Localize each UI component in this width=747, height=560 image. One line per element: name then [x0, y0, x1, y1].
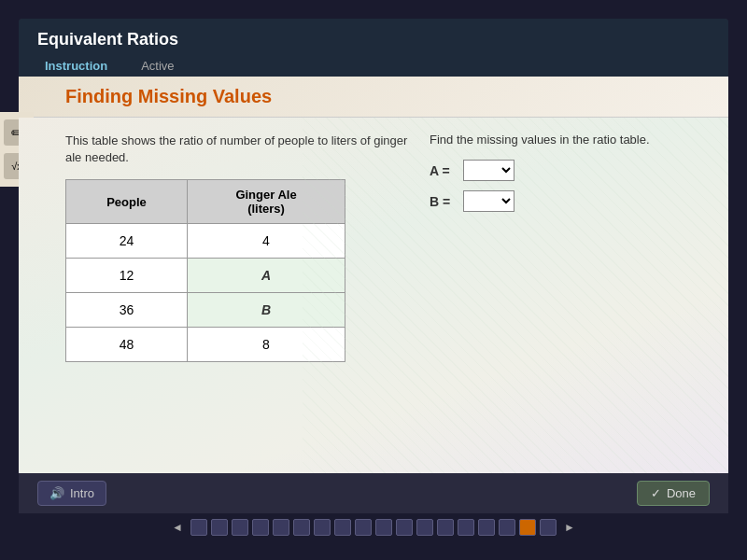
nav-dot[interactable]: [252, 519, 269, 536]
instruction-text: This table shows the ratio of number of …: [65, 133, 411, 166]
nav-dot[interactable]: [437, 519, 454, 536]
find-text: Find the missing values in the ratio tab…: [430, 133, 710, 147]
col-header-people: People: [66, 180, 188, 224]
section-header: Finding Missing Values: [19, 77, 728, 118]
nav-dot[interactable]: [458, 519, 474, 536]
nav-dot[interactable]: [232, 519, 248, 536]
nav-dot[interactable]: [416, 519, 433, 536]
cell-ginger-3: B: [188, 293, 345, 328]
nav-dot[interactable]: [540, 519, 557, 536]
answer-label-b: B =: [430, 194, 458, 209]
tab-instruction[interactable]: Instruction: [37, 55, 115, 77]
speaker-icon: 🔊: [49, 486, 64, 500]
answer-row-b: B = 4 6 8 12: [430, 190, 710, 212]
cell-people-1: 24: [66, 224, 188, 259]
nav-dot[interactable]: [355, 519, 372, 536]
table-row: 36 B: [66, 293, 345, 328]
nav-dot[interactable]: [211, 519, 228, 536]
nav-dot[interactable]: [314, 519, 331, 536]
app-title: Equivalent Ratios: [37, 30, 710, 49]
nav-dot[interactable]: [499, 519, 515, 536]
nav-dot[interactable]: [375, 519, 392, 536]
cell-ginger-2: A: [188, 259, 345, 293]
answer-select-b[interactable]: 4 6 8 12: [463, 190, 514, 212]
cell-people-3: 36: [66, 293, 188, 328]
intro-button[interactable]: 🔊 Intro: [37, 481, 106, 506]
nav-dot[interactable]: [273, 519, 289, 536]
cell-people-2: 12: [66, 259, 188, 293]
table-row: 12 A: [66, 259, 345, 293]
content-area: This table shows the ratio of number of …: [19, 118, 728, 473]
right-panel: Find the missing values in the ratio tab…: [430, 133, 710, 458]
nav-dot[interactable]: [293, 519, 310, 536]
cell-ginger-4: 8: [188, 328, 345, 362]
left-panel: This table shows the ratio of number of …: [65, 133, 411, 458]
nav-dot[interactable]: [396, 519, 413, 536]
cell-people-4: 48: [66, 328, 188, 362]
tab-active[interactable]: Active: [134, 55, 181, 77]
nav-dot[interactable]: [334, 519, 351, 536]
intro-label: Intro: [70, 486, 94, 500]
ratio-table: People Ginger Ale(liters) 24 4 12 A: [65, 179, 345, 362]
app-header: Equivalent Ratios Instruction Active: [19, 19, 728, 77]
table-row: 48 8: [66, 328, 345, 362]
nav-dot[interactable]: [190, 519, 207, 536]
section-title: Finding Missing Values: [65, 86, 710, 107]
answer-label-a: A =: [430, 163, 458, 178]
tab-bar: Instruction Active: [37, 55, 710, 77]
nav-bar: ◄ ►: [19, 513, 728, 541]
answer-select-a[interactable]: 2 3 4 6: [463, 160, 514, 181]
main-content: ✏ √x Finding Missing Values This table s…: [19, 77, 728, 473]
nav-dot-active[interactable]: [519, 519, 536, 536]
col-header-ginger-ale: Ginger Ale(liters): [188, 180, 345, 224]
table-row: 24 4: [66, 224, 345, 259]
answer-row-a: A = 2 3 4 6: [430, 160, 710, 181]
nav-next[interactable]: ►: [560, 519, 579, 536]
nav-dot[interactable]: [478, 519, 495, 536]
done-label: Done: [667, 486, 696, 500]
checkmark-icon: ✓: [651, 486, 661, 500]
footer: 🔊 Intro ✓ Done: [19, 473, 728, 513]
nav-prev[interactable]: ◄: [168, 519, 187, 536]
done-button[interactable]: ✓ Done: [637, 481, 710, 506]
cell-ginger-1: 4: [188, 224, 345, 259]
